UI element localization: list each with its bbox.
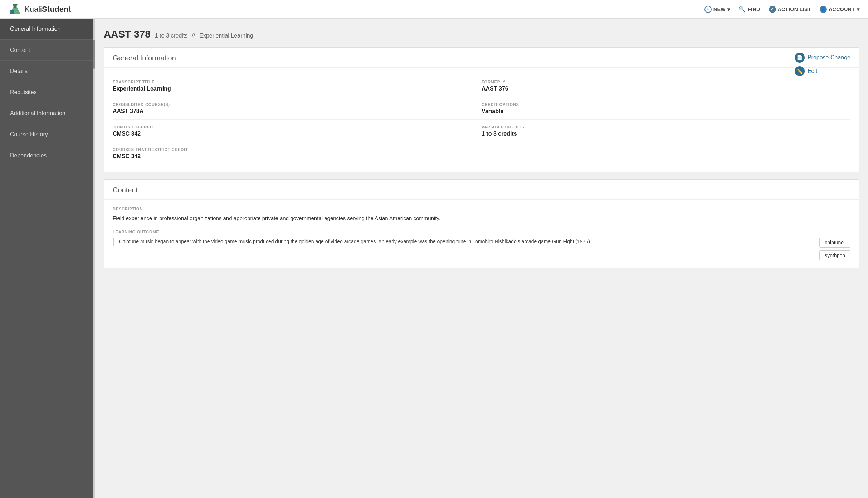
credit-options-label: CREDIT OPTIONS [482, 102, 850, 107]
right-actions: 📄 Propose Change ✏️ Edit [795, 53, 850, 76]
scroll-thumb [93, 40, 95, 69]
tag-group: chiptune synthpop [819, 238, 850, 260]
general-information-title: General Information [104, 48, 859, 68]
variable-credits-label: VARIABLE CREDITS [482, 125, 850, 129]
account-label: ACCOUNT [829, 6, 855, 12]
general-information-card: General Information 📄 Propose Change ✏️ … [104, 47, 859, 172]
tag-synthpop[interactable]: synthpop [819, 250, 850, 260]
course-separator: // [192, 33, 195, 39]
content-title: Content [104, 180, 859, 200]
search-icon: 🔍 [738, 6, 746, 13]
edit-label: Edit [808, 68, 818, 74]
jointly-offered-value: CMSC 342 [113, 131, 482, 137]
outcome-text: Chiptune music began to appear with the … [113, 238, 812, 246]
field-restrict-credit: COURSES THAT RESTRICT CREDIT CMSC 342 [113, 142, 850, 165]
field-jointly-offered: JOINTLY OFFERED CMSC 342 [113, 120, 482, 142]
logo-bold: Student [42, 5, 71, 14]
field-transcript-title: TRANSCRIPT TITLE Experiential Learning [113, 75, 482, 97]
new-label: NEW [713, 6, 726, 12]
outcome-row: Chiptune music began to appear with the … [113, 238, 850, 260]
restrict-credit-label: COURSES THAT RESTRICT CREDIT [113, 147, 850, 152]
propose-change-label: Propose Change [808, 54, 850, 61]
general-information-body: TRANSCRIPT TITLE Experiential Learning F… [104, 68, 859, 172]
jointly-offered-label: JOINTLY OFFERED [113, 125, 482, 129]
transcript-title-value: Experiential Learning [113, 86, 482, 92]
user-icon: 👤 [820, 6, 827, 13]
action-list-label: ACTION LIST [778, 6, 811, 12]
top-navigation: KualiStudent + NEW ▾ 🔍 FIND ✓ ACTION LIS… [0, 0, 868, 19]
sidebar-wrapper: General Information Content Details Requ… [0, 19, 95, 498]
svg-rect-2 [10, 10, 14, 14]
sidebar-item-requisites[interactable]: Requisites [0, 82, 93, 103]
transcript-title-label: TRANSCRIPT TITLE [113, 80, 482, 84]
account-chevron: ▾ [857, 6, 860, 12]
formerly-value: AAST 376 [482, 86, 850, 92]
topnav-right: + NEW ▾ 🔍 FIND ✓ ACTION LIST 👤 ACCOUNT ▾ [704, 6, 859, 13]
sidebar-item-dependencies[interactable]: Dependencies [0, 145, 93, 166]
propose-change-icon: 📄 [795, 53, 805, 63]
account-button[interactable]: 👤 ACCOUNT ▾ [820, 6, 859, 13]
content-card: Content DESCRIPTION Field experience in … [104, 179, 859, 268]
main-content: AAST 378 1 to 3 credits // Experiential … [95, 19, 868, 498]
new-chevron: ▾ [727, 6, 730, 12]
sidebar-item-details[interactable]: Details [0, 61, 93, 82]
find-label: FIND [748, 6, 760, 12]
credit-options-value: Variable [482, 108, 850, 114]
field-variable-credits: VARIABLE CREDITS 1 to 3 credits [482, 120, 850, 142]
field-formerly: FORMERLY AAST 376 [482, 75, 850, 97]
page-title-row: AAST 378 1 to 3 credits // Experiential … [104, 29, 859, 40]
scrollbar[interactable] [93, 19, 95, 498]
tag-chiptune[interactable]: chiptune [819, 238, 850, 248]
sidebar-item-content[interactable]: Content [0, 40, 93, 61]
sidebar-item-additional-information[interactable]: Additional Information [0, 103, 93, 124]
learning-outcome-label: LEARNING OUTCOME [113, 230, 850, 234]
find-button[interactable]: 🔍 FIND [738, 6, 760, 13]
sidebar-item-course-history[interactable]: Course History [0, 124, 93, 145]
logo-icon [9, 3, 21, 16]
page-header: AAST 378 1 to 3 credits // Experiential … [104, 29, 859, 40]
crosslisted-value: AAST 378A [113, 108, 482, 114]
checkmark-icon: ✓ [769, 6, 776, 13]
propose-change-button[interactable]: 📄 Propose Change [795, 53, 850, 63]
description-label: DESCRIPTION [113, 207, 850, 211]
new-button[interactable]: + NEW ▾ [704, 6, 730, 13]
field-crosslisted: CROSSLISTED COURSE(S) AAST 378A [113, 97, 482, 120]
course-credits: 1 to 3 credits [155, 33, 188, 39]
variable-credits-value: 1 to 3 credits [482, 131, 850, 137]
restrict-credit-value: CMSC 342 [113, 153, 850, 160]
action-list-button[interactable]: ✓ ACTION LIST [769, 6, 811, 13]
app-logo[interactable]: KualiStudent [9, 3, 71, 16]
sidebar: General Information Content Details Requ… [0, 19, 93, 498]
edit-icon: ✏️ [795, 66, 805, 76]
sidebar-item-general-information[interactable]: General Information [0, 19, 93, 40]
field-credit-options: CREDIT OPTIONS Variable [482, 97, 850, 120]
logo-prefix: Kuali [24, 5, 42, 14]
course-type: Experiential Learning [199, 33, 253, 39]
content-body: DESCRIPTION Field experience in professi… [104, 200, 859, 268]
formerly-label: FORMERLY [482, 80, 850, 84]
field-grid: TRANSCRIPT TITLE Experiential Learning F… [113, 75, 850, 165]
description-text: Field experience in professional organiz… [113, 214, 850, 223]
edit-button[interactable]: ✏️ Edit [795, 66, 850, 76]
page-wrapper: General Information Content Details Requ… [0, 19, 868, 498]
course-code: AAST 378 [104, 29, 151, 40]
new-icon: + [704, 6, 712, 13]
crosslisted-label: CROSSLISTED COURSE(S) [113, 102, 482, 107]
